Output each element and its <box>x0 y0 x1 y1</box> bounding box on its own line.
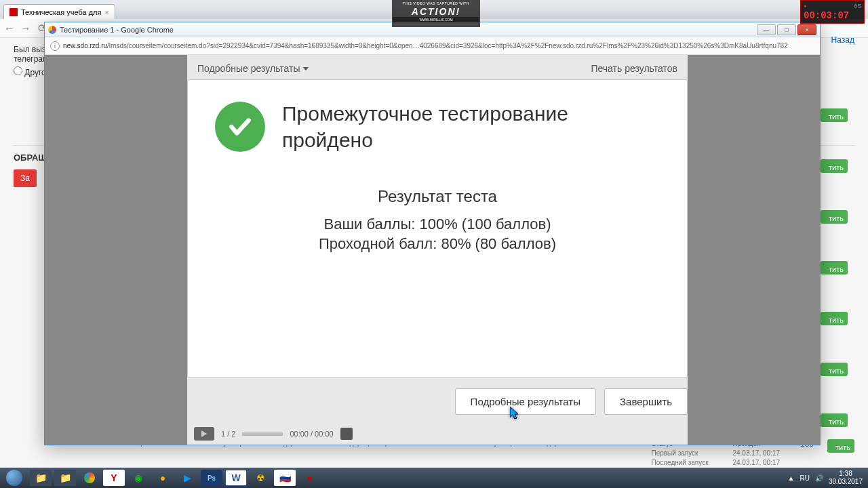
action-buttons: Подробные результаты Завершить <box>187 383 688 423</box>
last-run-value: 24.03.17, 00:17 <box>732 458 780 468</box>
green-button[interactable]: тить <box>821 312 848 325</box>
clock-time: 1:38 <box>829 470 863 478</box>
test-result-popup: Тестирование 1 - Google Chrome — □ × i n… <box>44 22 821 445</box>
your-score: Ваши баллы: 100% (100 баллов) <box>319 216 556 233</box>
result-toolbar: Подробные результаты Печать результатов <box>187 58 688 79</box>
result-heading: Результат теста <box>319 187 556 206</box>
taskbar-chrome[interactable] <box>79 470 100 486</box>
start-button[interactable] <box>0 468 28 488</box>
green-button[interactable]: тить <box>821 413 848 427</box>
finish-button[interactable]: Завершить <box>604 388 688 415</box>
close-icon[interactable]: × <box>104 8 108 16</box>
popup-body: Подробные результаты Печать результатов … <box>45 55 820 445</box>
taskbar-app[interactable]: ☢ <box>250 470 271 486</box>
popup-url-bar: i new.sdo.rzd.ru/lmsds/courseitem/course… <box>45 37 820 55</box>
back-icon[interactable]: ← <box>3 22 16 35</box>
taskbar-app[interactable]: 🇷🇺 <box>274 470 296 486</box>
forward-icon[interactable]: → <box>20 22 32 35</box>
fullscreen-button[interactable] <box>340 428 353 440</box>
result-section: Результат теста Ваши баллы: 100% (100 ба… <box>319 187 556 255</box>
maximize-button[interactable]: □ <box>777 24 796 35</box>
green-button[interactable]: тить <box>821 363 848 376</box>
taskbar[interactable]: 📁 📁 Y ◉ ● ▶ Ps W ☢ 🇷🇺 ● ▲ RU 🔊 1:38 30.0… <box>0 468 868 488</box>
watermark-logo: ACTION! <box>393 6 479 17</box>
green-button[interactable]: тить <box>821 261 848 274</box>
svg-marker-1 <box>510 407 518 419</box>
bg-radio[interactable] <box>14 66 22 75</box>
bg-tab-title: Техническая учеба для <box>21 8 101 16</box>
tray-icon[interactable]: ▲ <box>788 474 795 482</box>
chevron-down-icon <box>303 67 309 70</box>
rec-time: 00:03:07 <box>804 10 861 21</box>
clock[interactable]: 1:38 30.03.2017 <box>829 470 863 486</box>
details-label: Подробные результаты <box>197 63 300 74</box>
watermark-line1: THIS VIDEO WAS CAPTURED WITH <box>393 1 479 6</box>
chrome-icon <box>48 26 56 34</box>
svg-marker-0 <box>201 430 207 437</box>
player-progress[interactable] <box>242 432 283 436</box>
popup-right-gutter <box>688 55 820 445</box>
pass-score: Проходной балл: 80% (80 баллов) <box>319 235 556 253</box>
taskbar-app[interactable]: 📁 <box>30 470 52 486</box>
popup-title: Тестирование 1 - Google Chrome <box>60 26 174 34</box>
back-link[interactable]: Назад <box>831 35 854 45</box>
player-bar: 1 / 2 00:00 / 00:00 <box>187 423 688 445</box>
rec-fps: 05 <box>854 3 861 10</box>
result-card: Промежуточное тестирование пройдено Резу… <box>187 79 688 378</box>
watermark-url: WWW.MIRILLIS.COM <box>393 17 479 22</box>
green-buttons-column: тить тить тить тить тить тить тить <box>821 108 848 427</box>
capture-watermark: THIS VIDEO WAS CAPTURED WITH ACTION! WWW… <box>392 0 480 27</box>
details-dropdown[interactable]: Подробные результаты <box>197 63 309 74</box>
green-button[interactable]: тить <box>821 210 848 224</box>
popup-url[interactable]: new.sdo.rzd.ru/lmsds/courseitem/courseit… <box>63 42 814 49</box>
popup-center: Подробные результаты Печать результатов … <box>187 55 688 445</box>
first-run-value: 24.03.17, 00:17 <box>732 449 780 458</box>
green-button[interactable]: тить <box>827 439 854 453</box>
taskbar-yandex[interactable]: Y <box>103 470 125 486</box>
slide-counter: 1 / 2 <box>221 430 235 438</box>
player-time: 00:00 / 00:00 <box>290 430 333 438</box>
play-button[interactable] <box>194 427 214 441</box>
taskbar-photoshop[interactable]: Ps <box>201 470 222 486</box>
bg-tab[interactable]: Техническая учеба для × <box>3 4 115 19</box>
bg-favicon <box>9 8 18 16</box>
tray-icon[interactable]: 🔊 <box>815 474 823 482</box>
taskbar-app[interactable]: ◉ <box>127 470 149 486</box>
pass-header: Промежуточное тестирование пройдено <box>215 100 660 153</box>
last-run-label: Последний запуск <box>651 458 719 468</box>
print-results-link[interactable]: Печать результатов <box>591 63 677 74</box>
green-button[interactable]: тить <box>821 108 848 122</box>
taskbar-app[interactable]: 📁 <box>54 470 76 486</box>
green-button[interactable]: тить <box>821 159 848 173</box>
clock-date: 30.03.2017 <box>829 478 863 486</box>
details-button[interactable]: Подробные результаты <box>455 388 596 415</box>
check-circle-icon <box>215 102 265 152</box>
cursor-icon <box>510 407 521 423</box>
system-tray[interactable]: ▲ RU 🔊 1:38 30.03.2017 <box>788 470 868 486</box>
info-icon[interactable]: i <box>50 41 60 51</box>
lang-indicator[interactable]: RU <box>800 474 809 482</box>
popup-left-gutter <box>45 55 187 445</box>
taskbar-app[interactable]: ● <box>298 470 320 486</box>
taskbar-app[interactable]: ▶ <box>176 470 198 486</box>
recording-overlay: ● 05 00:03:07 <box>800 0 865 24</box>
taskbar-word[interactable]: W <box>225 470 247 486</box>
minimize-button[interactable]: — <box>757 24 776 35</box>
close-button[interactable]: × <box>797 24 816 35</box>
pass-title: Промежуточное тестирование пройдено <box>282 100 660 153</box>
bg-submit-button[interactable]: За <box>14 169 37 187</box>
taskbar-app[interactable]: ● <box>152 470 174 486</box>
first-run-label: Первый запуск <box>651 449 719 458</box>
